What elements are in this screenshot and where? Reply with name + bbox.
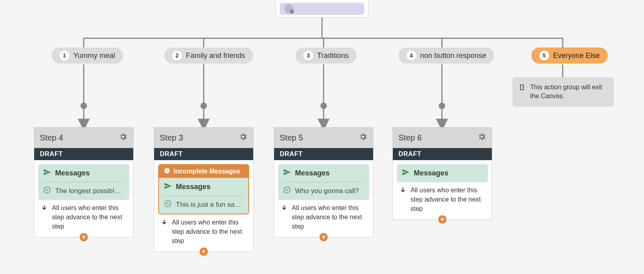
draft-label: DRAFT	[274, 148, 373, 160]
advance-text-row: All users who enter this step advance to…	[397, 182, 488, 215]
step-card-4[interactable]: Step 4 DRAFT Messages The longest possib…	[34, 127, 134, 237]
message-preview: The longest possibl…	[55, 187, 121, 195]
add-step-button[interactable]: +	[319, 232, 329, 242]
branch-label: non button response	[420, 52, 486, 60]
svg-point-24	[522, 87, 523, 88]
gear-icon[interactable]	[239, 132, 248, 143]
step-body: Messages All users who enter this step a…	[393, 160, 492, 219]
message-preview: Who you gonna call?	[295, 187, 359, 195]
branch-number: 4	[407, 51, 416, 60]
step-body: Messages Who you gonna call? All users w…	[274, 160, 373, 237]
advance-text: All users who enter this step advance to…	[52, 203, 127, 231]
branch-label: Yummy meal	[73, 52, 115, 60]
messages-title: Messages	[55, 169, 90, 177]
alert-icon	[164, 167, 170, 175]
advance-text: All users who enter this step advance to…	[411, 185, 485, 214]
send-icon	[164, 182, 172, 192]
step-header: Step 3	[154, 128, 253, 148]
send-icon	[402, 168, 410, 178]
send-icon	[43, 168, 51, 178]
gear-icon[interactable]	[119, 132, 128, 143]
branch-pill-4[interactable]: 4 non button response	[398, 47, 494, 64]
incomplete-label: Incomplete Messages	[173, 168, 240, 175]
messages-title: Messages	[176, 183, 211, 191]
messages-title: Messages	[414, 169, 448, 177]
whatsapp-icon	[283, 186, 291, 196]
step-title: Step 5	[280, 133, 303, 142]
draft-label: DRAFT	[154, 148, 253, 160]
add-step-button[interactable]: +	[438, 214, 448, 225]
step-card-6[interactable]: Step 6 DRAFT Messages All users who ente…	[392, 127, 492, 220]
message-preview: This is just a fun sa…	[176, 201, 242, 209]
parent-step-content	[280, 3, 364, 15]
step-card-3[interactable]: Step 3 DRAFT Incomplete Messages Message…	[154, 127, 254, 252]
exit-info-text: This action group will exit the Canvas.	[530, 83, 607, 101]
branch-number: 3	[303, 51, 313, 60]
exit-info-card: This action group will exit the Canvas.	[512, 77, 614, 107]
gear-icon[interactable]	[359, 132, 367, 143]
advance-text: All users who enter this step advance to…	[292, 203, 367, 231]
advance-text-row: All users who enter this step advance to…	[158, 214, 249, 247]
step-header: Step 4	[34, 128, 133, 148]
branch-number: 1	[60, 51, 69, 60]
svg-point-14	[439, 103, 445, 109]
step-header: Step 5	[274, 128, 373, 148]
branch-pill-1[interactable]: 1 Yummy meal	[52, 47, 123, 64]
whatsapp-icon	[164, 200, 172, 210]
svg-rect-18	[167, 169, 167, 171]
branch-pill-3[interactable]: 3 Traditions	[295, 47, 357, 64]
exit-door-icon	[519, 83, 526, 94]
draft-label: DRAFT	[34, 148, 133, 160]
svg-point-10	[200, 103, 207, 109]
branch-label: Everyone Else	[553, 52, 600, 60]
step-header: Step 6	[393, 128, 492, 148]
step-title: Step 4	[40, 133, 63, 142]
arrow-down-icon	[281, 204, 288, 214]
advance-text-row: All users who enter this step advance to…	[278, 200, 369, 233]
draft-label: DRAFT	[393, 148, 492, 160]
divider	[164, 196, 244, 196]
svg-point-8	[80, 103, 87, 109]
add-step-button[interactable]: +	[199, 247, 209, 257]
branch-pill-5[interactable]: 5 Everyone Else	[531, 47, 608, 64]
branch-label: Family and friends	[186, 52, 245, 60]
parent-step-node[interactable]	[275, 0, 369, 18]
messages-block[interactable]: Messages The longest possibl…	[38, 164, 129, 200]
advance-text: All users who enter this step advance to…	[172, 218, 247, 246]
advance-text-row: All users who enter this step advance to…	[38, 200, 129, 233]
send-icon	[283, 168, 291, 178]
step-card-5[interactable]: Step 5 DRAFT Messages Who you gonna call…	[274, 127, 374, 237]
branch-number: 5	[539, 51, 549, 60]
arrow-down-icon	[399, 186, 407, 196]
add-step-button[interactable]: +	[79, 232, 89, 242]
branch-pill-2[interactable]: 2 Family and friends	[164, 47, 253, 64]
messages-block-incomplete[interactable]: Incomplete Messages Messages This is jus…	[158, 164, 249, 214]
step-body: Messages The longest possibl… All users …	[34, 160, 133, 237]
messages-block[interactable]: Messages	[397, 164, 488, 182]
step-body: Incomplete Messages Messages This is jus…	[154, 160, 253, 251]
divider	[43, 182, 124, 182]
incomplete-header: Incomplete Messages	[159, 165, 248, 178]
step-title: Step 3	[160, 133, 183, 142]
svg-point-12	[320, 103, 327, 109]
messages-block[interactable]: Messages Who you gonna call?	[278, 164, 369, 200]
branch-label: Traditions	[317, 52, 349, 60]
arrow-down-icon	[161, 218, 168, 228]
gear-icon[interactable]	[477, 132, 486, 143]
whatsapp-icon	[43, 186, 51, 196]
user-group-icon	[285, 4, 293, 13]
step-title: Step 6	[398, 133, 422, 142]
messages-title: Messages	[295, 169, 330, 177]
divider	[283, 182, 364, 182]
branch-number: 2	[172, 51, 182, 60]
arrow-down-icon	[41, 204, 48, 214]
svg-rect-19	[167, 172, 167, 172]
